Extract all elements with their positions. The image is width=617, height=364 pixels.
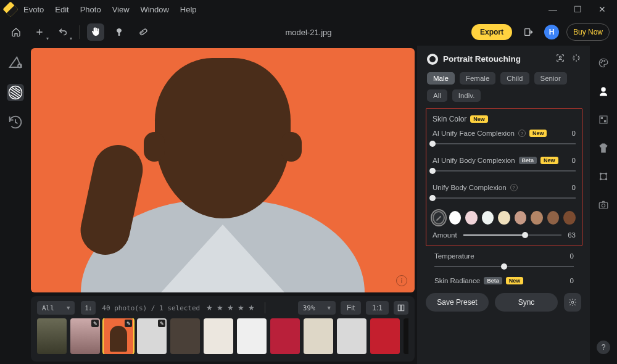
info-icon[interactable]: i: [396, 275, 407, 286]
thumbnail[interactable]: [270, 318, 300, 354]
texture-icon[interactable]: [7, 84, 24, 101]
camera-icon[interactable]: [596, 197, 611, 212]
swatch[interactable]: [498, 211, 510, 225]
thumbnail[interactable]: [170, 318, 200, 354]
thumbnail[interactable]: [37, 318, 67, 354]
hand-tool[interactable]: [87, 23, 104, 41]
chip-individual[interactable]: Indiv.: [452, 89, 481, 102]
sort-button[interactable]: 1↓: [81, 301, 96, 315]
chip-female[interactable]: Female: [460, 72, 495, 85]
menu-evoto[interactable]: Evoto: [23, 5, 44, 14]
svg-rect-7: [398, 305, 400, 310]
image-canvas[interactable]: i: [31, 48, 415, 292]
compare-icon[interactable]: [394, 301, 408, 315]
menu-window[interactable]: Window: [141, 5, 169, 14]
portrait-icon: [427, 54, 438, 65]
save-preset-button[interactable]: Save Preset: [426, 293, 489, 312]
history-icon[interactable]: [7, 114, 24, 131]
slider-value: 0: [572, 184, 576, 191]
face-icon[interactable]: [596, 84, 611, 99]
close-icon[interactable]: ✕: [597, 4, 607, 14]
palette-icon[interactable]: [596, 56, 611, 70]
thumbnail[interactable]: [204, 318, 233, 354]
help-icon[interactable]: ?: [518, 130, 526, 137]
swatch[interactable]: [465, 211, 478, 225]
reset-icon[interactable]: [571, 53, 581, 65]
swatch[interactable]: [531, 211, 543, 225]
swatch-none[interactable]: [433, 211, 445, 225]
thumbnail[interactable]: ✎: [70, 318, 100, 354]
svg-point-5: [18, 64, 22, 68]
titlebar: Evoto Edit Photo View Window Help — ☐ ✕: [0, 0, 617, 19]
new-badge: New: [540, 157, 558, 164]
heal-tool[interactable]: [134, 23, 151, 41]
svg-point-12: [602, 60, 603, 62]
slider-track[interactable]: [433, 167, 576, 175]
minimize-icon[interactable]: —: [548, 4, 558, 14]
avatar[interactable]: H: [544, 25, 559, 39]
right-panel: Portrait Retouching Male Female Child Se…: [417, 46, 590, 364]
gear-icon[interactable]: [564, 293, 581, 312]
actual-size-button[interactable]: 1:1: [366, 301, 389, 315]
chip-senior[interactable]: Senior: [534, 72, 567, 85]
chip-all[interactable]: All: [427, 89, 447, 102]
face-detect-icon[interactable]: [555, 53, 565, 65]
top-toolbar: ▾ ▾ model-21.jpg Export H Buy Now: [0, 19, 617, 46]
filmstrip: All ▼ 1↓ 40 photo(s) / 1 selected ★★★★★ …: [31, 296, 415, 362]
menu-view[interactable]: View: [112, 5, 130, 14]
rating-stars[interactable]: ★★★★★: [206, 304, 259, 312]
fit-button[interactable]: Fit: [341, 301, 361, 315]
adjust-icon[interactable]: [7, 54, 24, 72]
swatch[interactable]: [547, 211, 560, 225]
slider-label: Unify Body Complexion: [433, 184, 507, 191]
chip-male[interactable]: Male: [427, 72, 455, 85]
slider-track[interactable]: [433, 139, 576, 148]
swatch[interactable]: [482, 211, 494, 225]
buy-now-button[interactable]: Buy Now: [566, 23, 610, 41]
slider-track[interactable]: [434, 262, 574, 271]
sync-button[interactable]: Sync: [495, 293, 558, 312]
thumbnail[interactable]: [404, 318, 408, 354]
canvas-area: i All ▼ 1↓ 40 photo(s) / 1 selected ★★★★…: [31, 46, 417, 364]
add-button[interactable]: ▾: [31, 23, 48, 41]
swatch[interactable]: [515, 211, 527, 225]
brush-tool[interactable]: [110, 23, 128, 41]
svg-rect-17: [605, 121, 606, 122]
slider-value: 0: [572, 157, 576, 164]
thumbnail[interactable]: ✎: [104, 318, 133, 354]
thumbnail[interactable]: [304, 318, 333, 354]
exposure-icon[interactable]: [596, 112, 611, 127]
menu-photo[interactable]: Photo: [80, 5, 101, 14]
help-icon[interactable]: ?: [510, 184, 518, 191]
export-button[interactable]: Export: [471, 24, 512, 40]
beta-badge: Beta: [519, 157, 537, 164]
slider-track[interactable]: [463, 231, 562, 239]
home-button[interactable]: [7, 23, 25, 41]
svg-point-22: [605, 178, 607, 180]
svg-point-2: [141, 33, 142, 33]
thumbnail[interactable]: ✎: [137, 318, 167, 354]
slider-track[interactable]: [433, 194, 576, 202]
thumbnail[interactable]: [370, 318, 400, 354]
help-button[interactable]: ?: [597, 341, 610, 354]
thumbnail[interactable]: [237, 318, 267, 354]
clothing-icon[interactable]: [596, 141, 611, 155]
window-controls: — ☐ ✕: [548, 4, 612, 14]
thumbnail[interactable]: [337, 318, 366, 354]
svg-point-13: [604, 60, 605, 62]
svg-rect-0: [118, 33, 120, 36]
filter-select[interactable]: All ▼: [37, 301, 75, 315]
section-title: Skin Color: [433, 115, 466, 123]
chip-child[interactable]: Child: [500, 72, 529, 85]
slider-body-complexion-ai: AI Unify Body Complexion Beta New 0: [433, 157, 576, 175]
maximize-icon[interactable]: ☐: [573, 4, 582, 14]
swatch[interactable]: [563, 211, 576, 225]
face-chips: Male Female Child Senior All Indiv.: [427, 72, 581, 102]
menu-help[interactable]: Help: [180, 5, 197, 14]
swatch[interactable]: [449, 211, 462, 225]
export-queue-icon[interactable]: [520, 23, 537, 41]
menu-edit[interactable]: Edit: [55, 5, 68, 14]
crop-icon[interactable]: [596, 169, 611, 184]
zoom-select[interactable]: 39% ▼: [298, 301, 336, 315]
undo-button[interactable]: ▾: [54, 23, 72, 41]
